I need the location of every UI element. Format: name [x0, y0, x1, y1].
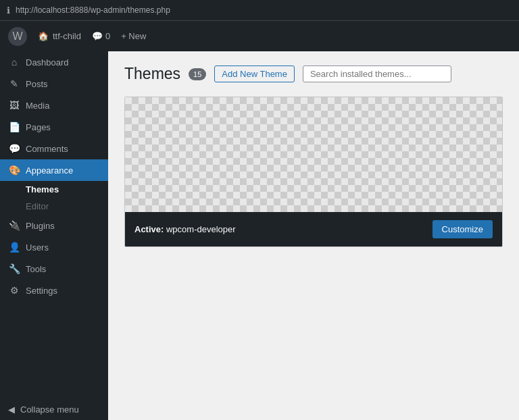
sidebar-label-posts: Posts: [26, 79, 48, 89]
comments-count: 0: [105, 31, 110, 41]
collapse-menu[interactable]: ◀ Collapse menu: [0, 399, 108, 420]
collapse-icon: ◀: [8, 404, 15, 415]
media-icon: 🖼: [8, 100, 20, 111]
admin-bar-comments[interactable]: 💬 0: [92, 31, 110, 41]
sidebar-item-appearance[interactable]: 🎨 Appearance: [0, 159, 108, 181]
themes-header: Themes 15 Add New Theme: [124, 65, 503, 83]
sidebar-item-tools[interactable]: 🔧 Tools: [0, 258, 108, 280]
url-bar[interactable]: http://localhost:8888/wp-admin/themes.ph…: [16, 5, 170, 15]
sidebar-label-users: Users: [26, 242, 49, 253]
sidebar-sub-editor[interactable]: Editor: [0, 198, 108, 215]
sidebar-item-dashboard[interactable]: ⌂ Dashboard: [0, 51, 108, 73]
settings-icon: ⚙: [8, 285, 20, 296]
sidebar-item-settings[interactable]: ⚙ Settings: [0, 280, 108, 301]
main-content: Themes 15 Add New Theme Active: wpcom-de…: [108, 51, 519, 420]
collapse-label: Collapse menu: [20, 404, 79, 415]
site-name: ttf-child: [53, 31, 81, 41]
sidebar-item-users[interactable]: 👤 Users: [0, 236, 108, 258]
users-icon: 👤: [8, 242, 20, 253]
pages-icon: 📄: [8, 122, 20, 132]
active-theme-label: Active: wpcom-developer: [134, 224, 236, 234]
site-home-icon: 🏠: [38, 31, 49, 41]
sidebar-item-comments[interactable]: 💬 Comments: [0, 138, 108, 159]
dashboard-icon: ⌂: [8, 57, 20, 68]
sidebar-item-media[interactable]: 🖼 Media: [0, 95, 108, 116]
search-themes-input[interactable]: [303, 65, 451, 82]
active-theme-card[interactable]: Active: wpcom-developer Customize: [124, 97, 503, 247]
tools-icon: 🔧: [8, 263, 20, 274]
editor-sub-label: Editor: [26, 201, 49, 211]
sidebar-label-comments: Comments: [26, 144, 68, 154]
sidebar-label-appearance: Appearance: [26, 165, 73, 176]
sidebar-label-settings: Settings: [26, 286, 57, 296]
wp-logo[interactable]: W: [8, 27, 27, 46]
browser-top-bar: ℹ http://localhost:8888/wp-admin/themes.…: [0, 0, 519, 20]
sidebar-sub-themes[interactable]: Themes: [0, 181, 108, 198]
new-label: + New: [121, 31, 146, 41]
customize-button[interactable]: Customize: [432, 220, 493, 238]
sidebar-label-tools: Tools: [26, 264, 46, 274]
themes-sub-label: Themes: [26, 184, 59, 194]
add-new-theme-button[interactable]: Add New Theme: [214, 65, 295, 82]
admin-bar-new[interactable]: + New: [121, 31, 146, 41]
comments-icon: 💬: [92, 31, 103, 41]
sidebar-item-pages[interactable]: 📄 Pages: [0, 116, 108, 138]
sidebar: ⌂ Dashboard ✎ Posts 🖼 Media 📄 Pages 💬 Co…: [0, 51, 108, 420]
admin-bar: W 🏠 ttf-child 💬 0 + New: [0, 20, 519, 51]
themes-count-badge: 15: [189, 68, 206, 80]
sidebar-item-plugins[interactable]: 🔌 Plugins: [0, 215, 108, 236]
main-layout: ⌂ Dashboard ✎ Posts 🖼 Media 📄 Pages 💬 Co…: [0, 51, 519, 420]
admin-bar-site[interactable]: 🏠 ttf-child: [38, 31, 81, 41]
sidebar-label-plugins: Plugins: [26, 221, 55, 231]
theme-thumbnail: [125, 97, 502, 212]
appearance-icon: 🎨: [8, 165, 20, 176]
info-icon: ℹ: [7, 5, 10, 16]
active-theme-name: wpcom-developer: [166, 224, 236, 234]
plugins-icon: 🔌: [8, 220, 20, 231]
comments-nav-icon: 💬: [8, 143, 20, 154]
theme-footer: Active: wpcom-developer Customize: [125, 212, 502, 246]
sidebar-label-dashboard: Dashboard: [26, 57, 69, 68]
sidebar-item-posts[interactable]: ✎ Posts: [0, 73, 108, 95]
sidebar-label-pages: Pages: [26, 122, 51, 132]
page-title: Themes: [124, 65, 180, 83]
sidebar-label-media: Media: [26, 101, 49, 111]
posts-icon: ✎: [8, 78, 20, 89]
